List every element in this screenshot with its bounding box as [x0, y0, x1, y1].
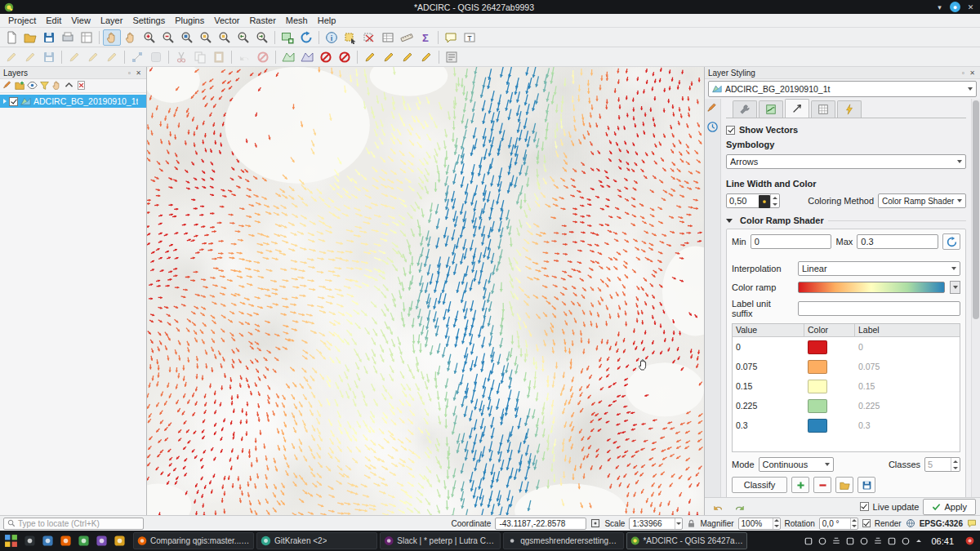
layer-visibility-checkbox[interactable]	[9, 97, 18, 106]
zoom-next-button[interactable]	[253, 29, 271, 46]
tray-clipboard-icon[interactable]	[817, 535, 827, 546]
layer-item[interactable]: ADCIRC_BG_20190910_1t	[0, 95, 146, 108]
map-canvas[interactable]	[147, 67, 704, 515]
color-swatch[interactable]	[808, 399, 827, 413]
copy-features-disabled-button[interactable]	[191, 49, 209, 65]
expand-caret-icon[interactable]	[3, 99, 7, 104]
open-styling-button[interactable]	[2, 80, 13, 92]
color-swatch[interactable]	[808, 419, 827, 433]
digitize-disabled-c-button[interactable]	[103, 49, 121, 65]
scrollbar-thumb[interactable]	[973, 100, 979, 319]
coloring-method-combo[interactable]: Color Ramp Shader	[878, 193, 966, 208]
zoom-out-button[interactable]	[159, 29, 177, 46]
undock-styling-icon[interactable]: ▫	[959, 69, 968, 78]
messages-icon[interactable]	[967, 518, 977, 528]
tray-network-icon[interactable]	[872, 535, 883, 546]
add-group-button[interactable]	[15, 80, 25, 92]
mesh-edit-a-button[interactable]	[361, 49, 379, 65]
zoom-to-selection-button[interactable]	[197, 29, 215, 46]
tab-averaging-lightning[interactable]	[837, 100, 862, 118]
shader-table-row[interactable]: 0.150.15	[733, 376, 960, 396]
tray-display-icon[interactable]	[831, 535, 841, 546]
color-ramp-preview[interactable]	[798, 282, 945, 293]
side-tab-symbology[interactable]	[706, 102, 719, 116]
shader-table-row[interactable]: 0.30.3	[733, 415, 960, 435]
modify-disabled-button[interactable]	[147, 49, 165, 65]
menu-layer[interactable]: Layer	[96, 16, 128, 25]
extent-icon[interactable]	[590, 518, 600, 528]
tray-im-icon[interactable]	[803, 535, 813, 546]
symbology-combo[interactable]: Arrows	[726, 154, 966, 169]
magnifier-spinbox[interactable]: 100%	[738, 518, 781, 530]
statistical-summary-button[interactable]: Σ	[416, 29, 434, 46]
save-edits-disabled-button[interactable]	[40, 49, 58, 65]
menu-edit[interactable]: Edit	[41, 16, 66, 25]
classes-spinbox[interactable]: 5	[924, 457, 960, 472]
load-color-map-button[interactable]	[835, 477, 853, 493]
mesh-edit-b-button[interactable]	[380, 49, 398, 65]
mesh-edit-d-button[interactable]	[417, 49, 435, 65]
print-layout-button[interactable]	[59, 29, 77, 46]
shader-table-row[interactable]: 00	[733, 337, 960, 357]
system-monitor-icon[interactable]	[75, 533, 91, 549]
side-tab-history[interactable]	[706, 121, 719, 135]
paste-features-disabled-button[interactable]	[210, 49, 228, 65]
tray-record-icon[interactable]	[961, 533, 978, 549]
scale-combo[interactable]: 1:33966	[629, 518, 683, 530]
mesh-transform-button[interactable]	[298, 49, 316, 65]
deselect-features-button[interactable]	[360, 29, 378, 46]
collapse-all-button[interactable]	[64, 80, 74, 92]
lock-scale-icon[interactable]	[687, 519, 696, 528]
menu-plugins[interactable]: Plugins	[170, 16, 209, 25]
new-map-view-button[interactable]	[278, 29, 296, 46]
tray-input-icon[interactable]	[844, 535, 855, 546]
digitize-disabled-b-button[interactable]	[84, 49, 102, 65]
tray-mic-icon[interactable]	[900, 535, 911, 546]
pan-to-selection-button[interactable]	[122, 29, 140, 46]
shader-table-row[interactable]: 0.2250.225	[733, 396, 960, 415]
mode-combo[interactable]: Continuous	[759, 457, 834, 472]
data-defined-override-button[interactable]	[759, 195, 770, 208]
project-new-button[interactable]	[2, 29, 20, 46]
min-field[interactable]: 0	[751, 234, 832, 249]
menu-vector[interactable]: Vector	[209, 16, 244, 25]
styling-layer-selector[interactable]: ADCIRC_BG_20190910_1t	[708, 81, 977, 97]
width-spinbox[interactable]: 0,50	[726, 193, 780, 208]
minimize-button[interactable]: ▾	[934, 2, 945, 12]
max-field[interactable]: 0.3	[857, 234, 938, 249]
classes-spin-buttons[interactable]	[951, 458, 960, 471]
color-ramp-menu-button[interactable]	[950, 281, 960, 294]
manage-themes-button[interactable]	[27, 80, 38, 92]
rotation-spinbox[interactable]: 0,0 °	[819, 518, 858, 530]
konsole-alt-icon[interactable]	[111, 533, 127, 549]
tab-contours[interactable]	[759, 100, 783, 118]
expand-all-button[interactable]	[51, 80, 62, 92]
menu-project[interactable]: Project	[3, 16, 41, 25]
save-button[interactable]	[40, 29, 58, 46]
zoom-full-button[interactable]	[178, 29, 196, 46]
menu-view[interactable]: View	[66, 16, 96, 25]
task-gitkraken[interactable]: GitKraken <2>	[256, 532, 377, 549]
width-spin-buttons[interactable]	[770, 194, 779, 207]
pan-map-button[interactable]	[103, 29, 121, 46]
locate-input[interactable]: Type to locate (Ctrl+K)	[3, 518, 144, 530]
menu-mesh[interactable]: Mesh	[281, 16, 313, 25]
firefox-launcher-icon[interactable]	[57, 533, 74, 549]
mesh-edit-c-button[interactable]	[399, 49, 416, 65]
crs-icon[interactable]	[906, 518, 915, 528]
interpolation-combo[interactable]: Linear	[798, 261, 960, 276]
task-qgis[interactable]: *ADCIRC - QGIS 26427ab9993	[626, 532, 747, 549]
text-annotation-button[interactable]: T	[461, 29, 479, 46]
task-slack[interactable]: Slack | * peterp | Lutra Con...	[380, 532, 501, 549]
remove-class-button[interactable]	[813, 477, 831, 493]
label-unit-suffix-field[interactable]	[798, 301, 960, 316]
vertex-tool-disabled-button[interactable]	[128, 49, 146, 65]
close-panel-icon[interactable]: ✕	[134, 69, 143, 78]
close-styling-icon[interactable]: ✕	[968, 69, 977, 78]
styling-scrollbar[interactable]	[971, 99, 980, 497]
open-attribute-table-button[interactable]	[379, 29, 397, 46]
shader-section-header[interactable]: Color Ramp Shader	[726, 216, 966, 225]
layout-item-button[interactable]	[443, 49, 461, 65]
task-editor[interactable]: qgsmeshrenderersettings.h...	[503, 532, 624, 549]
apply-button[interactable]: Apply	[923, 499, 976, 515]
